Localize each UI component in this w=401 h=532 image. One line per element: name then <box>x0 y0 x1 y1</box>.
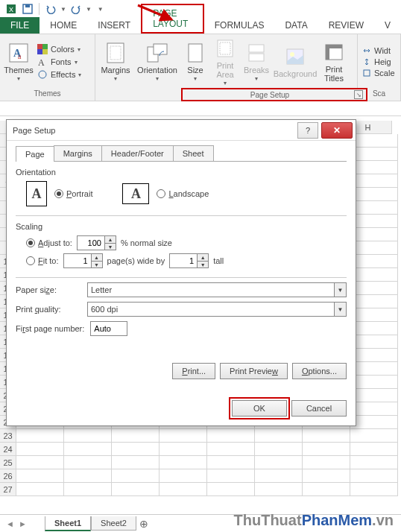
width-button[interactable]: Widt <box>361 45 397 56</box>
sheet-add-button[interactable]: ⊕ <box>136 518 151 530</box>
cell[interactable] <box>350 228 398 241</box>
adjust-to-radio[interactable]: Adjust to: <box>26 238 72 247</box>
dialog-help-button[interactable]: ? <box>297 122 318 139</box>
themes-button[interactable]: Aa Themes▾ <box>3 40 34 84</box>
paper-size-combo[interactable]: Letter▼ <box>87 282 347 297</box>
print-preview-button[interactable]: Print Preview <box>220 363 288 379</box>
cell[interactable] <box>350 241 398 255</box>
cell[interactable] <box>350 469 398 483</box>
cell[interactable] <box>112 443 160 456</box>
cell[interactable] <box>350 148 398 161</box>
cell[interactable] <box>303 443 350 456</box>
effects-button[interactable]: Effects▾ <box>36 69 83 80</box>
cell[interactable] <box>112 469 160 483</box>
cell[interactable] <box>255 443 303 456</box>
cell[interactable] <box>350 389 398 402</box>
cell[interactable] <box>207 469 255 483</box>
cell[interactable] <box>350 376 398 389</box>
cell[interactable] <box>207 456 255 469</box>
dialog-tab-margins[interactable]: Margins <box>54 145 102 161</box>
sheet-tab-2[interactable]: Sheet2 <box>91 516 136 531</box>
cell[interactable] <box>350 456 398 469</box>
cell[interactable] <box>350 335 398 349</box>
cell[interactable] <box>64 469 112 483</box>
cell[interactable] <box>160 456 207 469</box>
cell[interactable] <box>160 469 207 483</box>
row-header[interactable]: 25 <box>0 456 16 469</box>
cell[interactable] <box>207 483 255 496</box>
landscape-radio[interactable]: Landscape <box>157 189 209 198</box>
cell[interactable] <box>303 456 350 469</box>
cell[interactable] <box>350 268 398 282</box>
cell[interactable] <box>350 483 398 496</box>
cell[interactable] <box>255 429 303 443</box>
size-button[interactable]: Size▾ <box>182 40 209 84</box>
tab-formulas[interactable]: FORMULAS <box>204 17 275 34</box>
scale-button[interactable]: Scale <box>361 68 397 78</box>
cell[interactable] <box>64 429 112 443</box>
cell[interactable] <box>16 469 64 483</box>
row-header[interactable]: 27 <box>0 483 16 496</box>
print-titles-button[interactable]: Print Titles <box>319 39 349 84</box>
cell[interactable] <box>350 188 398 201</box>
cell[interactable] <box>303 429 350 443</box>
height-button[interactable]: Heig <box>361 57 397 67</box>
cell[interactable] <box>160 483 207 496</box>
cell[interactable] <box>350 322 398 335</box>
adjust-to-spinner[interactable]: ▲▼ <box>77 235 116 250</box>
margins-button[interactable]: Margins▾ <box>98 40 133 84</box>
fit-wide-spinner[interactable]: ▲▼ <box>63 253 103 268</box>
tab-insert[interactable]: INSERT <box>87 17 141 34</box>
row-header[interactable]: 24 <box>0 443 16 456</box>
cell[interactable] <box>64 483 112 496</box>
print-quality-combo[interactable]: 600 dpi▼ <box>87 302 347 317</box>
tab-file[interactable]: FILE <box>0 17 40 34</box>
tab-view-cut[interactable]: V <box>374 17 401 34</box>
undo-caret[interactable]: ▼ <box>60 6 66 13</box>
background-button[interactable]: Background <box>273 44 318 80</box>
cell[interactable] <box>207 443 255 456</box>
cell[interactable] <box>255 456 303 469</box>
tab-review[interactable]: REVIEW <box>318 17 374 34</box>
cell[interactable] <box>350 443 398 456</box>
page-setup-launcher[interactable]: ↘ <box>354 90 363 99</box>
breaks-button[interactable]: Breaks▾ <box>241 40 271 84</box>
portrait-radio[interactable]: Portrait <box>54 189 92 198</box>
dialog-tab-headerfooter[interactable]: Header/Footer <box>101 145 174 161</box>
cell[interactable] <box>64 443 112 456</box>
cell[interactable] <box>303 469 350 483</box>
dialog-tab-sheet[interactable]: Sheet <box>173 145 214 161</box>
cell[interactable] <box>16 443 64 456</box>
dialog-close-button[interactable]: ✕ <box>321 122 353 139</box>
cell[interactable] <box>350 134 398 148</box>
fonts-button[interactable]: AFonts▾ <box>36 56 83 68</box>
options-button[interactable]: Options... <box>292 363 347 379</box>
cell[interactable] <box>350 362 398 376</box>
cell[interactable] <box>207 429 255 443</box>
cell[interactable] <box>350 416 398 429</box>
cell[interactable] <box>112 483 160 496</box>
undo-icon[interactable] <box>44 2 57 16</box>
tab-data[interactable]: DATA <box>274 17 318 34</box>
cell[interactable] <box>350 402 398 416</box>
cell[interactable] <box>350 308 398 322</box>
cell[interactable] <box>350 295 398 308</box>
cancel-button[interactable]: Cancel <box>291 400 347 417</box>
fit-tall-spinner[interactable]: ▲▼ <box>169 253 209 268</box>
sheet-nav-prev[interactable]: ◄ <box>6 519 14 528</box>
cell[interactable] <box>112 456 160 469</box>
cell[interactable] <box>303 483 350 496</box>
sheet-tab-1[interactable]: Sheet1 <box>45 516 91 531</box>
cell[interactable] <box>112 429 160 443</box>
redo-caret[interactable]: ▼ <box>86 6 92 13</box>
cell[interactable] <box>160 443 207 456</box>
print-area-button[interactable]: Print Area▾ <box>210 36 240 89</box>
row-header[interactable]: 26 <box>0 469 16 483</box>
cell[interactable] <box>350 161 398 174</box>
cell[interactable] <box>350 255 398 268</box>
first-page-input[interactable] <box>90 321 127 336</box>
cell[interactable] <box>350 215 398 228</box>
dialog-tab-page[interactable]: Page <box>16 146 54 162</box>
cell[interactable] <box>350 349 398 362</box>
cell[interactable] <box>64 456 112 469</box>
